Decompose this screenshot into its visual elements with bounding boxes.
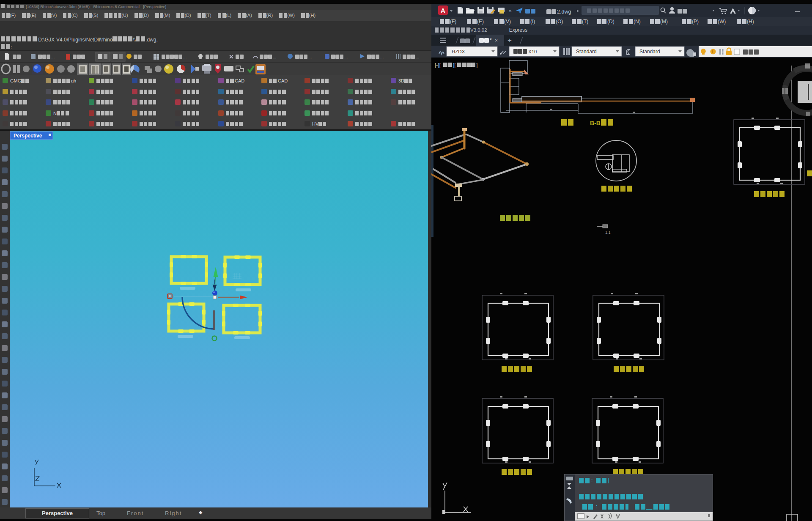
svg-text:...: ... bbox=[380, 55, 384, 59]
svg-text:»: » bbox=[509, 8, 512, 14]
svg-text:X10: X10 bbox=[528, 49, 537, 54]
svg-text:...: ... bbox=[344, 55, 348, 59]
svg-text:2.dwg: 2.dwg bbox=[557, 9, 571, 15]
svg-text:Perspective: Perspective bbox=[14, 133, 42, 139]
svg-text:A: A bbox=[441, 7, 445, 14]
svg-text:...: ... bbox=[416, 55, 419, 59]
svg-text:1:1: 1:1 bbox=[605, 230, 611, 235]
svg-text:Standard: Standard bbox=[639, 49, 660, 55]
svg-text:][: ][ bbox=[453, 62, 456, 68]
svg-text:[-][: [-][ bbox=[435, 62, 441, 68]
svg-text:HZDX: HZDX bbox=[452, 49, 465, 54]
svg-text:]: ] bbox=[476, 62, 477, 68]
svg-text:...: ... bbox=[183, 55, 187, 59]
svg-text:B-B: B-B bbox=[590, 120, 601, 126]
svg-text:...: ... bbox=[273, 55, 276, 59]
svg-text:*: * bbox=[490, 37, 492, 43]
svg-text:×: × bbox=[495, 38, 498, 44]
svg-text:+: + bbox=[508, 36, 512, 44]
svg-text:...: ... bbox=[308, 55, 312, 59]
svg-text:...: ... bbox=[51, 55, 55, 59]
svg-text:Standard: Standard bbox=[576, 49, 597, 55]
